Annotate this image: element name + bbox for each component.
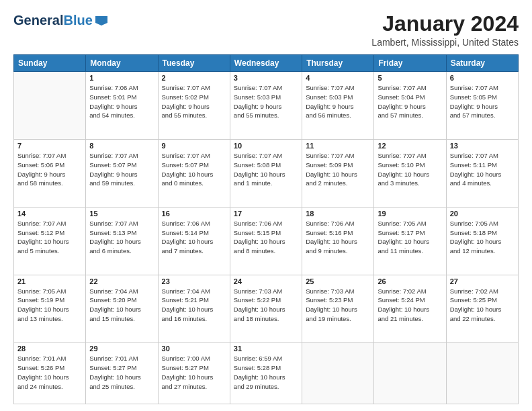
- day-number: 8: [89, 142, 154, 150]
- col-saturday: Saturday: [446, 55, 518, 72]
- day-info: Sunrise: 7:07 AM Sunset: 5:09 PM Dayligh…: [306, 151, 370, 188]
- col-thursday: Thursday: [302, 55, 374, 72]
- day-info: Sunrise: 7:02 AM Sunset: 5:25 PM Dayligh…: [450, 287, 515, 324]
- month-title: January 2024: [371, 12, 519, 36]
- calendar-cell: 30Sunrise: 7:00 AM Sunset: 5:27 PM Dayli…: [158, 342, 230, 404]
- day-info: Sunrise: 7:04 AM Sunset: 5:21 PM Dayligh…: [162, 287, 226, 324]
- day-number: 20: [450, 210, 515, 218]
- day-info: Sunrise: 7:05 AM Sunset: 5:18 PM Dayligh…: [450, 219, 515, 256]
- calendar-cell: 18Sunrise: 7:06 AM Sunset: 5:16 PM Dayli…: [302, 207, 374, 275]
- day-info: Sunrise: 7:06 AM Sunset: 5:16 PM Dayligh…: [306, 219, 370, 256]
- day-info: Sunrise: 7:06 AM Sunset: 5:01 PM Dayligh…: [89, 83, 154, 120]
- day-number: 1: [89, 74, 154, 82]
- calendar-cell: 14Sunrise: 7:07 AM Sunset: 5:12 PM Dayli…: [14, 207, 86, 275]
- day-number: 9: [162, 142, 226, 150]
- calendar-cell: 22Sunrise: 7:04 AM Sunset: 5:20 PM Dayli…: [86, 275, 158, 342]
- calendar-cell: 29Sunrise: 7:01 AM Sunset: 5:27 PM Dayli…: [86, 342, 158, 404]
- day-number: 3: [234, 74, 298, 82]
- calendar-cell: 17Sunrise: 7:06 AM Sunset: 5:15 PM Dayli…: [230, 207, 302, 275]
- day-info: Sunrise: 7:05 AM Sunset: 5:17 PM Dayligh…: [378, 219, 442, 256]
- svg-marker-0: [95, 16, 107, 26]
- day-info: Sunrise: 6:59 AM Sunset: 5:28 PM Dayligh…: [234, 354, 298, 391]
- week-row-2: 7Sunrise: 7:07 AM Sunset: 5:06 PM Daylig…: [14, 139, 519, 207]
- calendar-cell: 2Sunrise: 7:07 AM Sunset: 5:02 PM Daylig…: [158, 72, 230, 140]
- calendar-cell: 28Sunrise: 7:01 AM Sunset: 5:26 PM Dayli…: [14, 342, 86, 404]
- calendar-cell: 7Sunrise: 7:07 AM Sunset: 5:06 PM Daylig…: [14, 139, 86, 207]
- logo-text: GeneralBlue: [13, 13, 93, 27]
- day-info: Sunrise: 7:07 AM Sunset: 5:02 PM Dayligh…: [162, 83, 226, 120]
- calendar-cell: 31Sunrise: 6:59 AM Sunset: 5:28 PM Dayli…: [230, 342, 302, 404]
- day-number: 10: [234, 142, 298, 150]
- col-tuesday: Tuesday: [158, 55, 230, 72]
- day-number: 26: [378, 277, 442, 285]
- day-number: 25: [306, 277, 370, 285]
- day-info: Sunrise: 7:05 AM Sunset: 5:19 PM Dayligh…: [17, 287, 82, 324]
- calendar-cell: 5Sunrise: 7:07 AM Sunset: 5:04 PM Daylig…: [374, 72, 446, 140]
- day-number: 23: [162, 277, 226, 285]
- day-info: Sunrise: 7:00 AM Sunset: 5:27 PM Dayligh…: [162, 354, 226, 391]
- day-info: Sunrise: 7:01 AM Sunset: 5:26 PM Dayligh…: [17, 354, 82, 391]
- calendar-cell: [374, 342, 446, 404]
- header: GeneralBlue January 2024 Lambert, Missis…: [13, 12, 519, 48]
- page: GeneralBlue January 2024 Lambert, Missis…: [0, 0, 532, 411]
- day-info: Sunrise: 7:07 AM Sunset: 5:06 PM Dayligh…: [17, 151, 82, 188]
- day-info: Sunrise: 7:07 AM Sunset: 5:07 PM Dayligh…: [162, 151, 226, 188]
- calendar-cell: 3Sunrise: 7:07 AM Sunset: 5:03 PM Daylig…: [230, 72, 302, 140]
- day-info: Sunrise: 7:07 AM Sunset: 5:10 PM Dayligh…: [378, 151, 442, 188]
- calendar-table: Sunday Monday Tuesday Wednesday Thursday…: [13, 54, 519, 404]
- day-info: Sunrise: 7:03 AM Sunset: 5:23 PM Dayligh…: [306, 287, 370, 324]
- day-number: 29: [89, 345, 154, 353]
- day-number: 28: [17, 345, 82, 353]
- logo: GeneralBlue: [13, 12, 107, 28]
- day-info: Sunrise: 7:07 AM Sunset: 5:05 PM Dayligh…: [450, 83, 515, 120]
- calendar-cell: 9Sunrise: 7:07 AM Sunset: 5:07 PM Daylig…: [158, 139, 230, 207]
- day-number: 13: [450, 142, 515, 150]
- calendar-cell: 23Sunrise: 7:04 AM Sunset: 5:21 PM Dayli…: [158, 275, 230, 342]
- day-info: Sunrise: 7:04 AM Sunset: 5:20 PM Dayligh…: [89, 287, 154, 324]
- day-number: 19: [378, 210, 442, 218]
- calendar-cell: 26Sunrise: 7:02 AM Sunset: 5:24 PM Dayli…: [374, 275, 446, 342]
- calendar-cell: 15Sunrise: 7:07 AM Sunset: 5:13 PM Dayli…: [86, 207, 158, 275]
- calendar-cell: 21Sunrise: 7:05 AM Sunset: 5:19 PM Dayli…: [14, 275, 86, 342]
- col-sunday: Sunday: [14, 55, 86, 72]
- day-info: Sunrise: 7:07 AM Sunset: 5:12 PM Dayligh…: [17, 219, 82, 256]
- day-number: 15: [89, 210, 154, 218]
- week-row-3: 14Sunrise: 7:07 AM Sunset: 5:12 PM Dayli…: [14, 207, 519, 275]
- day-number: 5: [378, 74, 442, 82]
- day-number: 16: [162, 210, 226, 218]
- title-block: January 2024 Lambert, Mississippi, Unite…: [371, 12, 519, 48]
- calendar-cell: 8Sunrise: 7:07 AM Sunset: 5:07 PM Daylig…: [86, 139, 158, 207]
- day-number: 12: [378, 142, 442, 150]
- day-number: 17: [234, 210, 298, 218]
- col-monday: Monday: [86, 55, 158, 72]
- day-number: 4: [306, 74, 370, 82]
- day-number: 18: [306, 210, 370, 218]
- calendar-header-row: Sunday Monday Tuesday Wednesday Thursday…: [14, 55, 519, 72]
- calendar-cell: [446, 342, 518, 404]
- week-row-4: 21Sunrise: 7:05 AM Sunset: 5:19 PM Dayli…: [14, 275, 519, 342]
- day-info: Sunrise: 7:01 AM Sunset: 5:27 PM Dayligh…: [89, 354, 154, 391]
- day-info: Sunrise: 7:07 AM Sunset: 5:11 PM Dayligh…: [450, 151, 515, 188]
- logo-arrow-icon: [95, 13, 107, 26]
- col-wednesday: Wednesday: [230, 55, 302, 72]
- day-number: 2: [162, 74, 226, 82]
- day-number: 27: [450, 277, 515, 285]
- day-info: Sunrise: 7:06 AM Sunset: 5:14 PM Dayligh…: [162, 219, 226, 256]
- calendar-cell: 1Sunrise: 7:06 AM Sunset: 5:01 PM Daylig…: [86, 72, 158, 140]
- week-row-1: 1Sunrise: 7:06 AM Sunset: 5:01 PM Daylig…: [14, 72, 519, 140]
- calendar-cell: 19Sunrise: 7:05 AM Sunset: 5:17 PM Dayli…: [374, 207, 446, 275]
- calendar-cell: 27Sunrise: 7:02 AM Sunset: 5:25 PM Dayli…: [446, 275, 518, 342]
- day-number: 30: [162, 345, 226, 353]
- week-row-5: 28Sunrise: 7:01 AM Sunset: 5:26 PM Dayli…: [14, 342, 519, 404]
- day-info: Sunrise: 7:06 AM Sunset: 5:15 PM Dayligh…: [234, 219, 298, 256]
- calendar-cell: 6Sunrise: 7:07 AM Sunset: 5:05 PM Daylig…: [446, 72, 518, 140]
- calendar-cell: 12Sunrise: 7:07 AM Sunset: 5:10 PM Dayli…: [374, 139, 446, 207]
- day-info: Sunrise: 7:03 AM Sunset: 5:22 PM Dayligh…: [234, 287, 298, 324]
- calendar-cell: 25Sunrise: 7:03 AM Sunset: 5:23 PM Dayli…: [302, 275, 374, 342]
- calendar-cell: [302, 342, 374, 404]
- day-info: Sunrise: 7:07 AM Sunset: 5:07 PM Dayligh…: [89, 151, 154, 188]
- calendar-cell: 16Sunrise: 7:06 AM Sunset: 5:14 PM Dayli…: [158, 207, 230, 275]
- day-number: 31: [234, 345, 298, 353]
- col-friday: Friday: [374, 55, 446, 72]
- day-number: 6: [450, 74, 515, 82]
